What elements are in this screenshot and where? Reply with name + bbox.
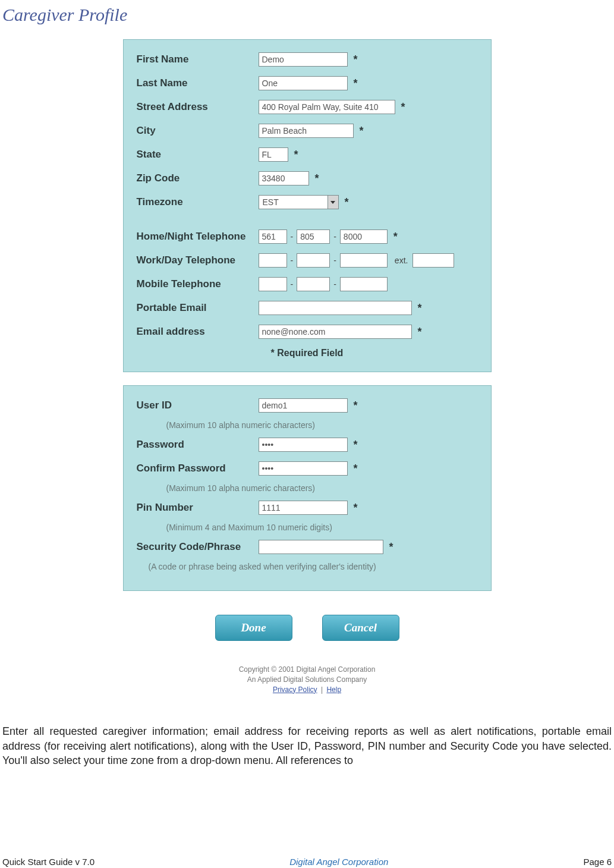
required-icon: * (401, 101, 405, 114)
portable-email-input[interactable] (259, 301, 412, 315)
required-icon: * (354, 463, 358, 475)
timezone-label: Timezone (137, 196, 259, 208)
home-phone-area-input[interactable] (259, 229, 287, 244)
work-phone-area-input[interactable] (259, 253, 287, 268)
ext-label: ext. (395, 256, 408, 265)
mobile-phone-prefix-input[interactable] (297, 277, 330, 291)
home-phone-line-input[interactable] (340, 229, 388, 244)
password-input[interactable] (259, 438, 348, 452)
dash-icon: - (291, 232, 294, 241)
cancel-button[interactable]: Cancel (322, 615, 399, 641)
state-input[interactable] (259, 147, 288, 162)
timezone-value: EST (259, 196, 328, 209)
security-code-hint: (A code or phrase being asked when verif… (149, 562, 478, 571)
page-title: Caregiver Profile (2, 5, 614, 25)
page-footer: Quick Start Guide v 7.0 Digital Angel Co… (2, 857, 612, 867)
required-icon: * (354, 400, 358, 412)
zip-code-label: Zip Code (137, 172, 259, 184)
done-button[interactable]: Done (215, 615, 292, 641)
footer-right: Page 6 (583, 857, 612, 867)
security-code-label: Security Code/Phrase (137, 541, 259, 553)
email-address-input[interactable] (259, 325, 412, 339)
required-icon: * (315, 172, 319, 185)
password-label: Password (137, 439, 259, 451)
pin-input[interactable] (259, 501, 348, 515)
pin-label: Pin Number (137, 502, 259, 514)
user-id-hint: (Maximum 10 alpha numeric characters) (166, 420, 478, 430)
required-icon: * (345, 196, 349, 209)
user-id-label: User ID (137, 400, 259, 411)
user-id-input[interactable] (259, 398, 348, 413)
last-name-label: Last Name (137, 77, 259, 89)
required-icon: * (418, 326, 422, 338)
last-name-input[interactable] (259, 76, 348, 90)
confirm-password-input[interactable] (259, 461, 348, 476)
dash-icon: - (333, 279, 336, 289)
copyright-block: Copyright © 2001 Digital Angel Corporati… (123, 665, 492, 694)
zip-code-input[interactable] (259, 171, 309, 185)
mobile-phone-label: Mobile Telephone (137, 278, 259, 290)
footer-left: Quick Start Guide v 7.0 (2, 857, 95, 867)
home-phone-label: Home/Night Telephone (137, 231, 259, 243)
required-icon: * (354, 439, 358, 451)
required-icon: * (393, 231, 398, 243)
required-icon: * (354, 502, 358, 514)
dash-icon: - (333, 232, 336, 241)
street-address-label: Street Address (137, 101, 259, 113)
dash-icon: - (291, 256, 294, 265)
instruction-paragraph: Enter all requested caregiver informatio… (2, 724, 612, 768)
confirm-hint: (Maximum 10 alpha numeric characters) (166, 483, 478, 493)
work-phone-label: Work/Day Telephone (137, 254, 259, 266)
state-label: State (137, 149, 259, 161)
city-input[interactable] (259, 124, 354, 138)
dash-icon: - (291, 279, 294, 289)
help-link[interactable]: Help (326, 685, 341, 694)
work-phone-ext-input[interactable] (413, 253, 454, 268)
portable-email-label: Portable Email (137, 302, 259, 314)
work-phone-line-input[interactable] (340, 253, 388, 268)
copyright-line1: Copyright © 2001 Digital Angel Corporati… (123, 665, 492, 675)
home-phone-prefix-input[interactable] (297, 229, 330, 244)
required-icon: * (389, 541, 393, 553)
street-address-input[interactable] (259, 100, 395, 114)
pin-hint: (Minimum 4 and Maximum 10 numeric digits… (166, 523, 478, 532)
required-icon: * (294, 149, 298, 161)
first-name-input[interactable] (259, 52, 348, 67)
required-icon: * (418, 302, 422, 315)
city-label: City (137, 125, 259, 137)
mobile-phone-line-input[interactable] (340, 277, 388, 291)
email-address-label: Email address (137, 326, 259, 338)
dash-icon: - (333, 256, 336, 265)
footer-center: Digital Angel Corporation (289, 857, 388, 867)
work-phone-prefix-input[interactable] (297, 253, 330, 268)
privacy-policy-link[interactable]: Privacy Policy (273, 685, 317, 694)
required-icon: * (360, 125, 364, 137)
required-icon: * (354, 77, 358, 90)
confirm-password-label: Confirm Password (137, 463, 259, 474)
mobile-phone-area-input[interactable] (259, 277, 287, 291)
first-name-label: First Name (137, 54, 259, 65)
chevron-down-icon[interactable] (328, 196, 338, 209)
profile-panel: First Name * Last Name * Street Address … (123, 39, 492, 372)
required-icon: * (354, 54, 358, 66)
timezone-select[interactable]: EST (259, 195, 339, 209)
footer-link-separator: | (321, 685, 323, 694)
security-code-input[interactable] (259, 540, 383, 554)
required-field-note: * Required Field (137, 348, 478, 358)
copyright-line2: An Applied Digital Solutions Company (123, 675, 492, 685)
credentials-panel: User ID * (Maximum 10 alpha numeric char… (123, 385, 492, 591)
